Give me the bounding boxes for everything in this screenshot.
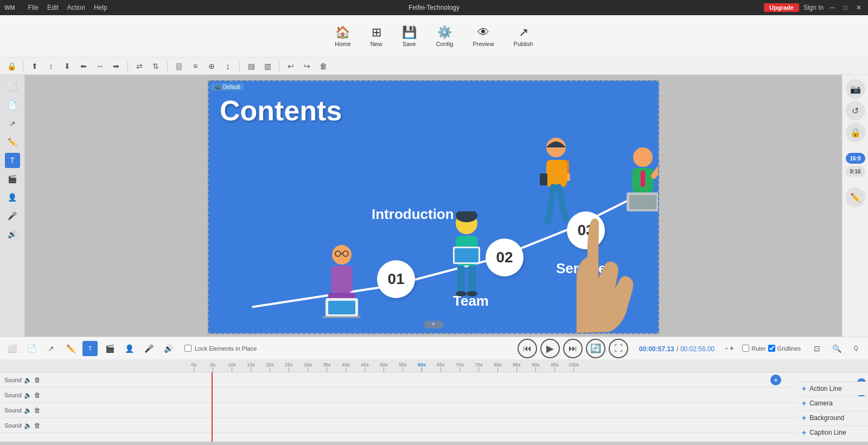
align-vcenter-icon[interactable]: ↕ [44,59,58,73]
maximize-button[interactable]: □ [841,4,850,11]
media-tool[interactable]: 🎬 [5,171,20,186]
upgrade-button[interactable]: Upgrade [764,3,799,12]
number-circle-01: 01 [377,260,415,298]
person-2-figure [442,211,491,309]
distribute-h-icon[interactable]: ||| [172,59,186,73]
select-tool[interactable]: ⬜ [5,79,20,94]
main-toolbar: 🏠 Home ⊞ New 💾 Save ⚙️ Config 👁 Preview … [0,15,868,57]
gridlines-checkbox[interactable] [768,345,775,352]
fullscreen-button[interactable]: ⛶ [609,339,628,358]
spacing-icon[interactable]: ↨ [221,59,235,73]
tl-edit-icon[interactable]: ✏️ [63,341,78,356]
add-track-button[interactable]: + [770,375,781,385]
user-tool[interactable]: 👤 [5,190,20,205]
track-4-delete-icon[interactable]: 🗑 [34,422,41,429]
scroll-handle[interactable]: ▼ [424,321,443,328]
timeline-ruler: 0s 5s 10s 15s 20s 25s 30s 35s 40s 45s 50… [0,359,868,372]
align-left-icon[interactable]: ⬅ [76,59,91,73]
svg-rect-4 [328,301,355,314]
menu-action[interactable]: Action [67,4,85,11]
sidebar-background-label: Background [809,414,844,422]
track-4-mute-icon[interactable]: 🔈 [24,422,32,429]
track-1-delete-icon[interactable]: 🗑 [34,376,41,384]
arrange-icon[interactable]: ▤ [244,59,258,73]
svg-rect-13 [468,266,476,293]
svg-point-25 [633,147,653,167]
undo-icon[interactable]: ↩ [284,59,298,73]
slide-canvas[interactable]: 📹 Default Contents 01 02 03 Introduct [208,80,659,334]
flip-h-icon[interactable]: ⇄ [132,59,146,73]
menu-edit[interactable]: Edit [47,4,59,11]
track-1-mute-icon[interactable]: 🔈 [24,376,32,384]
track-2-delete-icon[interactable]: 🗑 [34,391,41,399]
minimize-button[interactable]: ─ [828,4,837,11]
text-format-tool[interactable]: T [5,153,20,168]
distribute-v-icon[interactable]: ≡ [188,59,202,73]
spread-icon[interactable]: ⊕ [205,59,219,73]
close-button[interactable]: ✕ [854,4,864,11]
tick-5s: 5s [203,362,222,372]
edit-tool[interactable]: ✏️ [5,134,20,150]
lock-elements-checkbox[interactable] [184,345,192,352]
menu-help[interactable]: Help [94,4,107,11]
svg-rect-1 [331,266,353,293]
main-content: ⬜ 📄 ↗ ✏️ T 🎬 👤 🎤 🔊 📹 Default Contents [0,75,868,337]
redo-icon[interactable]: ↪ [300,59,314,73]
tl-select-icon[interactable]: ⬜ [4,341,20,356]
sign-in-button[interactable]: Sign In [803,4,824,11]
rewind-button[interactable]: ⏮ [518,339,537,358]
track-1-content[interactable] [65,372,868,387]
preview-button[interactable]: 👁 Preview [465,22,501,50]
tl-audio-icon[interactable]: 🔊 [161,341,176,356]
track-3-content[interactable] [65,403,868,417]
track-4-content[interactable] [65,418,868,433]
svg-rect-23 [540,173,547,185]
tl-media-icon[interactable]: 🎬 [102,341,117,356]
play-button[interactable]: ▶ [540,339,560,358]
playhead[interactable] [212,372,213,442]
separator-5 [279,61,279,72]
menu-file[interactable]: File [28,4,39,11]
sidebar-camera[interactable]: + Camera [797,396,868,410]
track-row-4: Sound 🔈 🗑 [0,418,868,433]
tl-export-icon[interactable]: ↗ [43,341,59,356]
ruler-checkbox[interactable] [742,345,749,352]
track-2-mute-icon[interactable]: 🔈 [24,391,32,399]
export-tool[interactable]: ↗ [5,116,20,131]
home-button[interactable]: 🏠 Home [327,22,358,50]
lock-icon[interactable]: 🔒 [4,59,18,73]
svg-point-14 [456,291,467,296]
save-button[interactable]: 💾 Save [394,22,424,50]
zoom-plus-button[interactable]: + [730,345,733,352]
text-tool[interactable]: 📄 [5,98,20,113]
new-button[interactable]: ⊞ New [363,22,390,50]
send-back-icon[interactable]: ▥ [260,59,275,73]
align-bottom-icon[interactable]: ⬇ [60,59,74,73]
tl-text-icon[interactable]: 📄 [24,341,39,356]
tl-user-icon[interactable]: 👤 [122,341,137,356]
audio-tool[interactable]: 🔊 [5,227,20,242]
sidebar-plus-background-icon: + [802,414,806,422]
forward-button[interactable]: ⏭ [563,339,583,358]
sidebar-action-line[interactable]: + Action Line [797,382,868,395]
publish-button[interactable]: ↗ Publish [506,22,541,50]
track-3-delete-icon[interactable]: 🗑 [34,407,41,414]
track-3-mute-icon[interactable]: 🔈 [24,407,32,414]
tick-90s: 90s [526,362,545,372]
align-top-icon[interactable]: ⬆ [28,59,42,73]
mic-tool[interactable]: 🎤 [5,208,20,223]
loop-button[interactable]: 🔄 [586,339,605,358]
align-hcenter-icon[interactable]: ↔ [93,59,107,73]
track-2-content[interactable] [65,388,868,402]
config-button[interactable]: ⚙️ Config [429,22,461,50]
preview-label: Preview [473,41,494,47]
zoom-minus-button[interactable]: - [725,345,727,352]
align-right-icon[interactable]: ➡ [109,59,123,73]
flip-v-icon[interactable]: ⇅ [149,59,163,73]
sidebar-caption-line[interactable]: + Caption Line [797,425,868,439]
delete-icon[interactable]: 🗑 [316,59,330,73]
tl-mic-icon[interactable]: 🎤 [141,341,156,356]
playback-controls: ⏮ ▶ ⏭ 🔄 ⛶ [518,339,628,358]
sidebar-background[interactable]: + Background [797,411,868,424]
tl-text-tool-icon[interactable]: T [82,341,98,356]
